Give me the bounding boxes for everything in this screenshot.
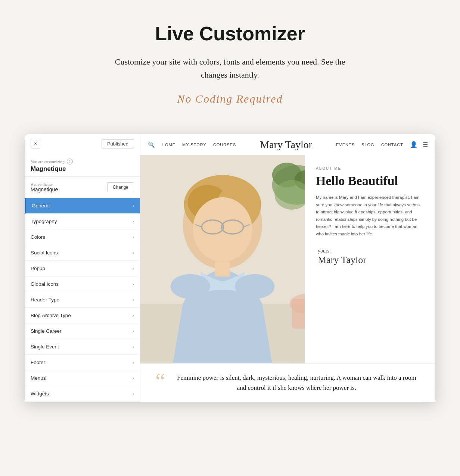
about-me-label: ABOUT ME <box>316 166 424 170</box>
sidebar-item-single-event[interactable]: Single Event› <box>25 339 140 355</box>
help-icon[interactable]: ? <box>67 159 73 165</box>
nav-links-left: HOMEMY STORYCOURSES <box>162 143 236 147</box>
hero-section: Live Customizer Customize your site with… <box>0 0 460 134</box>
nav-link-my-story[interactable]: MY STORY <box>182 143 206 147</box>
nav-link-events[interactable]: EVENTS <box>336 143 355 147</box>
nav-link-courses[interactable]: COURSES <box>213 143 236 147</box>
active-theme-section: Active theme Magnetique Change <box>25 177 140 198</box>
signature: yours, Mary Taylor <box>316 245 424 268</box>
nav-link-contact[interactable]: CONTACT <box>381 143 403 147</box>
panel-header: × Published <box>25 134 140 153</box>
menu-list: General›Typography›Colors›Social Icons›P… <box>25 198 140 402</box>
sidebar-item-popup[interactable]: Popup› <box>25 261 140 276</box>
nav-link-home[interactable]: HOME <box>162 143 175 147</box>
user-icon[interactable]: 👤 <box>410 141 417 148</box>
quote-text: Feminine power is silent, dark, mysterio… <box>173 373 420 393</box>
customizing-section: You are customizing ? Magnetique <box>25 153 140 177</box>
svg-rect-20 <box>292 299 305 329</box>
sidebar-item-single-career[interactable]: Single Career› <box>25 323 140 339</box>
hello-title: Hello Beautiful <box>316 173 424 189</box>
chevron-icon: › <box>133 203 134 209</box>
sidebar-item-header-type[interactable]: Header Type› <box>25 292 140 308</box>
chevron-icon: › <box>133 250 134 256</box>
chevron-icon: › <box>133 360 134 365</box>
quote-marks: “ <box>155 372 165 390</box>
active-theme-info: Active theme Magnetique <box>31 182 58 192</box>
svg-point-17 <box>171 274 210 299</box>
chevron-icon: › <box>133 281 134 287</box>
sidebar-item-social-icons[interactable]: Social Icons› <box>25 245 140 261</box>
sidebar-item-global-icons[interactable]: Global Icons› <box>25 276 140 292</box>
preview-text-panel: ABOUT ME Hello Beautiful My name is Mary… <box>305 155 435 363</box>
sidebar-item-menus[interactable]: Menus› <box>25 370 140 386</box>
search-icon[interactable]: 🔍 <box>148 141 155 148</box>
chevron-icon: › <box>133 391 134 397</box>
active-theme-name: Magnetique <box>31 187 58 192</box>
sidebar-item-blog-archive-type[interactable]: Blog Archive Type› <box>25 308 140 323</box>
change-theme-button[interactable]: Change <box>107 182 134 192</box>
sidebar-item-colors[interactable]: Colors› <box>25 229 140 245</box>
customizer-window: × Published You are customizing ? Magnet… <box>25 134 435 402</box>
nav-icons-right: 👤 ☰ <box>410 141 428 148</box>
no-coding-label: No Coding Required <box>15 93 445 105</box>
left-panel: × Published You are customizing ? Magnet… <box>25 134 140 402</box>
quote-section: “ Feminine power is silent, dark, myster… <box>140 363 435 402</box>
sidebar-item-typography[interactable]: Typography› <box>25 214 140 229</box>
svg-point-18 <box>235 274 274 299</box>
preview-panel: 🔍 HOMEMY STORYCOURSES Mary Taylor EVENTS… <box>140 134 435 402</box>
nav-link-blog[interactable]: BLOG <box>361 143 374 147</box>
chevron-icon: › <box>133 219 134 224</box>
published-button[interactable]: Published <box>102 139 134 148</box>
chevron-icon: › <box>133 266 134 271</box>
svg-rect-16 <box>215 262 230 277</box>
sidebar-item-general[interactable]: General› <box>25 198 140 214</box>
chevron-icon: › <box>133 234 134 240</box>
preview-nav: 🔍 HOMEMY STORYCOURSES Mary Taylor EVENTS… <box>140 134 435 155</box>
sidebar-item-footer[interactable]: Footer› <box>25 355 140 370</box>
page-title: Live Customizer <box>15 22 445 45</box>
chevron-icon: › <box>133 297 134 303</box>
svg-text:yours,: yours, <box>318 248 331 254</box>
nav-logo: Mary Taylor <box>260 139 312 151</box>
nav-links-right: EVENTSBLOGCONTACT <box>336 143 403 147</box>
customizing-name: Magnetique <box>31 165 134 173</box>
active-theme-label: Active theme <box>31 182 58 187</box>
person-graphic <box>140 155 305 363</box>
preview-content: ABOUT ME Hello Beautiful My name is Mary… <box>140 155 435 363</box>
chevron-icon: › <box>133 375 134 381</box>
chevron-icon: › <box>133 328 134 334</box>
hero-subtitle: Customize your site with colors, fonts a… <box>103 55 357 81</box>
svg-text:Mary Taylor: Mary Taylor <box>318 254 366 265</box>
cart-icon[interactable]: ☰ <box>423 141 428 148</box>
hello-text: My name is Mary and I am experienced the… <box>316 194 424 238</box>
close-button[interactable]: × <box>31 139 40 148</box>
customizing-label: You are customizing ? <box>31 159 134 165</box>
chevron-icon: › <box>133 313 134 318</box>
chevron-icon: › <box>133 344 134 350</box>
sidebar-item-widgets[interactable]: Widgets› <box>25 386 140 402</box>
preview-image <box>140 155 305 363</box>
